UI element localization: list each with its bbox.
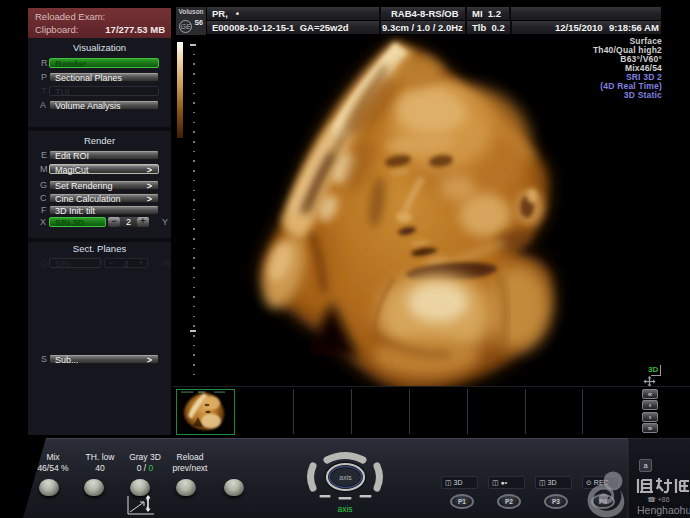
svg-text:axis: axis xyxy=(339,474,352,481)
svg-text:axis: axis xyxy=(337,504,352,514)
